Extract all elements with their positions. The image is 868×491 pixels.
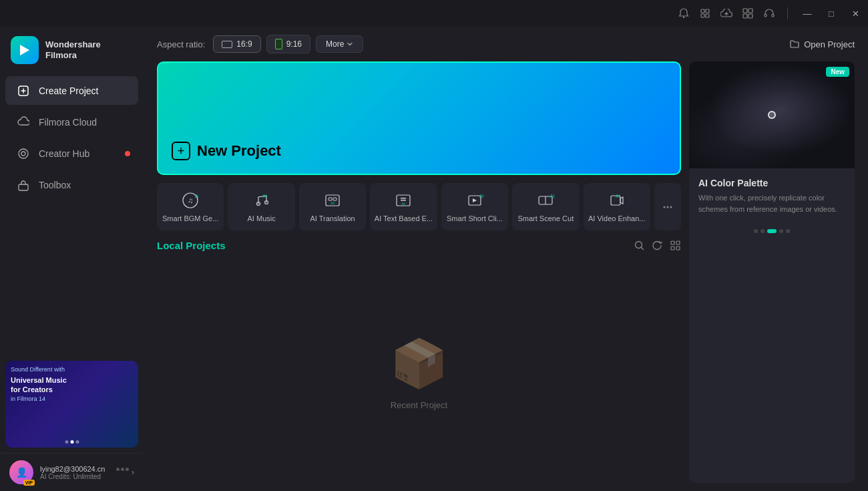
grid-list-toggle-icon[interactable] bbox=[670, 238, 681, 252]
promo-dot-2 bbox=[70, 440, 73, 444]
ai-tool-ai-text-based[interactable]: AI AI Text Based E... bbox=[370, 183, 437, 230]
svg-text:AI: AI bbox=[262, 194, 267, 198]
svg-rect-7 bbox=[743, 14, 747, 18]
ai-tool-smart-short[interactable]: AI Smart Short Cli... bbox=[441, 183, 508, 230]
local-projects-section: Local Projects bbox=[157, 238, 681, 483]
svg-point-0 bbox=[683, 17, 684, 18]
headphones-icon[interactable] bbox=[763, 7, 775, 19]
aspect-16-9-icon bbox=[222, 41, 232, 48]
svg-rect-10 bbox=[772, 14, 774, 17]
refresh-icon[interactable] bbox=[652, 238, 663, 252]
svg-rect-24 bbox=[333, 198, 337, 200]
toolbox-icon bbox=[16, 178, 31, 192]
user-chevron: › bbox=[132, 468, 134, 477]
carousel-dot-5[interactable] bbox=[786, 229, 790, 233]
main-layout: Wondershare Filmora Create Project Filmo… bbox=[0, 27, 868, 491]
aspect-16-9-button[interactable]: 16:9 bbox=[213, 35, 260, 53]
close-button[interactable]: ✕ bbox=[848, 6, 863, 21]
ai-palette-preview: New bbox=[689, 61, 855, 168]
minimize-button[interactable]: — bbox=[800, 6, 815, 21]
svg-point-38 bbox=[666, 206, 668, 208]
promo-carousel-dots bbox=[65, 440, 79, 444]
ai-tools-more-button[interactable] bbox=[654, 183, 681, 230]
cloud-icon[interactable] bbox=[720, 7, 732, 19]
carousel-dot-3[interactable] bbox=[767, 229, 777, 233]
sidebar-create-project-label: Create Project bbox=[39, 86, 98, 96]
user-avatar: 👤 VIP bbox=[9, 460, 33, 484]
open-project-label: Open Project bbox=[804, 39, 855, 49]
ai-translation-icon: AI bbox=[324, 191, 341, 209]
local-projects-header: Local Projects bbox=[157, 238, 681, 252]
account-icon[interactable] bbox=[699, 7, 711, 19]
new-project-label: New Project bbox=[197, 142, 281, 160]
ai-video-enhance-icon: AI bbox=[608, 191, 626, 209]
svg-rect-42 bbox=[676, 241, 680, 244]
vip-badge: VIP bbox=[23, 480, 35, 486]
content-area: Aspect ratio: 16:9 9:16 More bbox=[144, 27, 868, 491]
notification-icon[interactable] bbox=[678, 7, 690, 19]
ai-tool-ai-video-enhance[interactable]: AI AI Video Enhan... bbox=[584, 183, 650, 230]
local-projects-actions bbox=[634, 238, 681, 252]
svg-rect-23 bbox=[329, 198, 332, 200]
titlebar-icons: — □ ✕ bbox=[678, 6, 863, 21]
ai-palette-desc: With one click, precisely replicate colo… bbox=[698, 192, 845, 214]
ai-tool-smart-scene-cut[interactable]: AI Smart Scene Cut bbox=[512, 183, 579, 230]
sidebar-filmora-cloud-label: Filmora Cloud bbox=[39, 117, 97, 128]
smart-scene-cut-label: Smart Scene Cut bbox=[516, 214, 575, 222]
carousel-dot-2[interactable] bbox=[761, 229, 765, 233]
aspect-16-9-label: 16:9 bbox=[236, 39, 252, 49]
titlebar: — □ ✕ bbox=[0, 0, 868, 27]
promo-content: Sound Different with Universal Music for… bbox=[11, 366, 133, 403]
user-email: lying82@300624.cn bbox=[40, 465, 110, 473]
more-button[interactable]: More bbox=[316, 35, 363, 53]
svg-point-37 bbox=[663, 206, 665, 208]
new-badge: New bbox=[826, 67, 849, 77]
user-credits: AI Credits: Unlimited bbox=[40, 473, 110, 480]
sidebar-item-create-project[interactable]: Create Project bbox=[5, 76, 138, 105]
svg-rect-3 bbox=[701, 14, 704, 17]
ai-tool-ai-music[interactable]: AI AI Music bbox=[228, 183, 294, 230]
sidebar-bottom: Sound Different with Universal Music for… bbox=[0, 355, 144, 491]
create-project-icon bbox=[16, 84, 31, 98]
left-panel: + New Project ♫ AI Sm bbox=[157, 61, 681, 483]
empty-box-illustration: 📦 bbox=[390, 336, 448, 391]
sidebar-item-filmora-cloud[interactable]: Filmora Cloud bbox=[5, 108, 138, 136]
preview-cursor-dot bbox=[768, 111, 776, 119]
carousel-dot-4[interactable] bbox=[779, 229, 783, 233]
ai-palette-title: AI Color Palette bbox=[698, 178, 845, 188]
svg-rect-8 bbox=[748, 14, 752, 18]
svg-rect-1 bbox=[701, 9, 704, 13]
maximize-button[interactable]: □ bbox=[824, 6, 839, 21]
empty-projects-area: 📦 Recent Project bbox=[157, 263, 681, 483]
sidebar-item-toolbox[interactable]: Toolbox bbox=[5, 170, 138, 199]
sidebar-item-creator-hub[interactable]: Creator Hub bbox=[5, 139, 138, 168]
smart-bgm-label: Smart BGM Ge... bbox=[161, 214, 220, 222]
svg-rect-41 bbox=[671, 241, 674, 244]
svg-rect-9 bbox=[765, 14, 767, 17]
open-project-button[interactable]: Open Project bbox=[789, 39, 855, 49]
grid-icon[interactable] bbox=[742, 7, 754, 19]
promo-banner[interactable]: Sound Different with Universal Music for… bbox=[5, 361, 138, 448]
ai-tools-row: ♫ AI Smart BGM Ge... AI bbox=[157, 183, 681, 230]
svg-rect-43 bbox=[671, 247, 674, 250]
svg-rect-44 bbox=[676, 247, 680, 250]
ai-tool-ai-translation[interactable]: AI AI Translation bbox=[299, 183, 366, 230]
svg-rect-27 bbox=[401, 198, 406, 199]
aspect-9-16-button[interactable]: 9:16 bbox=[266, 35, 310, 53]
ai-tool-smart-bgm[interactable]: ♫ AI Smart BGM Ge... bbox=[157, 183, 224, 230]
more-label: More bbox=[326, 39, 344, 49]
svg-point-40 bbox=[636, 242, 642, 249]
ai-text-based-icon: AI bbox=[395, 191, 412, 209]
smart-scene-cut-icon: AI bbox=[537, 191, 554, 209]
ai-palette-card[interactable]: New AI Color Palette With one click, pre… bbox=[689, 61, 855, 483]
ai-translation-label: AI Translation bbox=[303, 214, 362, 222]
carousel-dot-1[interactable] bbox=[754, 229, 758, 233]
sidebar-creator-hub-label: Creator Hub bbox=[39, 148, 89, 159]
chevron-down-icon bbox=[347, 41, 353, 47]
user-area[interactable]: 👤 VIP lying82@300624.cn AI Credits: Unli… bbox=[0, 453, 144, 491]
local-projects-title: Local Projects bbox=[157, 240, 226, 251]
search-icon[interactable] bbox=[634, 238, 645, 252]
creator-hub-icon bbox=[16, 146, 31, 160]
right-panel: New AI Color Palette With one click, pre… bbox=[689, 61, 855, 483]
new-project-card[interactable]: + New Project bbox=[157, 61, 681, 175]
